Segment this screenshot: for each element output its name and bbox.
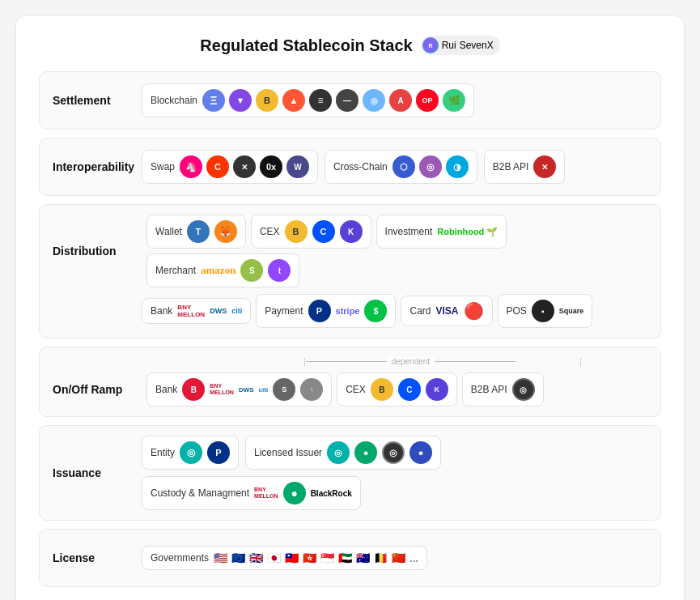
bny-custody-logo: BNYMELLON (254, 487, 278, 499)
investment-group: Investment Robinhood 🌱 (376, 215, 507, 249)
stellar-icon: ≡ (309, 89, 332, 112)
flag-tw: 🇹🇼 (285, 551, 299, 564)
flag-be: 🇧🇪 (374, 551, 388, 564)
avax2-icon: A (389, 89, 412, 112)
coinbase-icon: C (312, 220, 335, 243)
custody-label: Custody & Managment (151, 487, 249, 499)
dep-horizontal: dependent (306, 357, 515, 366)
dependent-line: dependent (207, 357, 582, 366)
interoperability-content: Swap 🦄 C ✕ 0x W Cross-Chain ⬡ ◎ ◑ (142, 150, 647, 184)
visa-logo: VISA (436, 305, 459, 317)
paypal-icon: P (308, 300, 331, 322)
flag-gb: 🇬🇧 (249, 551, 263, 564)
wormhole-icon: W (286, 155, 309, 178)
blockchain-group: Blockchain Ξ ▼ B ▲ ≡ — ◎ (142, 83, 474, 117)
issuance-content: Entity ◎ P Licensed Issuer ◎ ● ◎ ● Custo… (142, 436, 647, 510)
merchant-group: Merchant amazon S t (146, 253, 299, 287)
dodo-icon: ✕ (233, 155, 256, 178)
governments-label: Governments (151, 552, 209, 564)
dep-line-left (306, 361, 387, 362)
wallet-group: Wallet T 🦊 (146, 215, 246, 249)
kraken-onoff-icon: K (426, 378, 448, 401)
settlement-label: Settlement (53, 94, 142, 107)
custody-group: Custody & Managment BNYMELLON ● BlackRoc… (142, 476, 361, 510)
flag-hk: 🇭🇰 (303, 551, 316, 564)
bny-onoff-logo: BNYMELLON (210, 383, 234, 395)
twitch-icon: t (268, 259, 291, 282)
issuance-label: Issuance (53, 466, 142, 479)
li4-icon: ● (409, 441, 432, 464)
custody-c-icon: ● (283, 482, 306, 504)
entity-group: Entity ◎ P (142, 436, 239, 470)
license-row: License Governments 🇺🇸 🇪🇺 🇬🇧 🇯🇵 🇹🇼 🇭🇰 🇸🇬… (39, 529, 661, 587)
b2b-api-group: B2B API ✕ (484, 150, 566, 184)
dist-row2-groups: Bank BNYMELLON DWS citi Payment P stripe… (53, 294, 647, 328)
b2b-onoff-icon: ◎ (512, 378, 535, 401)
cex-onoff-group: CEX B C K (337, 372, 457, 406)
distribution-row: Distribution Wallet T 🦊 CEX B C K Invest (39, 204, 661, 338)
coinbase-onoff-icon: C (398, 378, 421, 401)
synapse-icon: ◎ (419, 155, 442, 178)
flag-ae: 🇦🇪 (338, 551, 352, 564)
flag-cn: 🇨🇳 (392, 551, 405, 564)
zerox-icon: 0x (260, 155, 282, 178)
b2b-api-icon: ✕ (533, 155, 556, 178)
pos-label: POS (507, 305, 527, 317)
bank-onoff-group: Bank B BNYMELLON DWS citi S ↑ (146, 372, 332, 406)
flag-eu: 🇪🇺 (231, 551, 245, 564)
author-badge: R Rui SevenX (421, 36, 500, 55)
swap-label: Swap (151, 161, 175, 172)
square-logo: Square (559, 307, 584, 315)
licensed-issuer-label: Licensed Issuer (254, 447, 322, 458)
flag-us: 🇺🇸 (214, 551, 227, 564)
trustwallet-icon: T (187, 220, 210, 243)
page-title: Regulated Stablecoin Stack (200, 36, 412, 55)
author-company: SevenX (460, 40, 494, 51)
paypal-entity-icon: P (207, 441, 230, 464)
settlement-content: Blockchain Ξ ▼ B ▲ ≡ — ◎ (142, 83, 647, 117)
dws-logo: DWS (210, 307, 227, 315)
payment-group: Payment P stripe $ (256, 294, 396, 328)
author-name: Rui (442, 40, 456, 51)
settlement-row: Settlement Blockchain Ξ ▼ B ▲ ≡ — (39, 71, 661, 130)
flags-ellipsis: ... (409, 552, 418, 564)
bnb-icon: B (256, 89, 278, 112)
amazon-logo: amazon (201, 264, 235, 277)
b2b-onoff-label: B2B API (471, 384, 507, 395)
cross-chain-label: Cross-Chain (333, 161, 388, 172)
issuance-row: Issuance Entity ◎ P Licensed Issuer ◎ ● … (39, 425, 661, 521)
interoperability-row: Interoperability Swap 🦄 C ✕ 0x W Cross-C… (39, 138, 661, 196)
license-label: License (53, 551, 142, 564)
entity-label: Entity (151, 447, 175, 458)
investment-label: Investment (385, 226, 433, 237)
flag-icons: 🇺🇸 🇪🇺 🇬🇧 🇯🇵 🇹🇼 🇭🇰 🇸🇬 🇦🇪 🇦🇺 🇧🇪 🇨🇳 ... (214, 551, 418, 564)
stripe-logo: stripe (336, 306, 360, 316)
near-icon: ◎ (363, 89, 385, 112)
flag-jp: 🇯🇵 (267, 551, 281, 564)
citi-onoff-logo: citi (259, 386, 269, 394)
dws-onoff-logo: DWS (239, 386, 254, 394)
citibank-logo: citi (231, 307, 242, 315)
dist-row1-groups: Wallet T 🦊 CEX B C K Investment Robinhoo… (146, 215, 647, 287)
kraken-icon: K (340, 220, 363, 243)
pos-group: POS ▪ Square (498, 294, 593, 328)
binance-onoff-icon: B (371, 378, 393, 401)
b2b-api-interop-label: B2B API (493, 161, 529, 172)
onoff-groups: On/Off Ramp Bank B BNYMELLON DWS citi S … (53, 372, 647, 406)
dep-line-right (435, 361, 515, 362)
mastercard-logo: 🔴 (464, 301, 484, 321)
bank-dist-label: Bank (151, 305, 172, 317)
blackrock-logo: BlackRock (311, 489, 352, 498)
li1-icon: ◎ (327, 441, 350, 464)
b2b-onoff-group: B2B API ◎ (462, 372, 544, 406)
cross-chain-icons: ⬡ ◎ ◑ (392, 155, 469, 178)
swap-icons: 🦄 C ✕ 0x W (180, 155, 309, 178)
bny-logo: BNYMELLON (177, 304, 205, 318)
chain-icons: Ξ ▼ B ▲ ≡ — ◎ A OP (202, 89, 465, 112)
page-header: Regulated Stablecoin Stack R Rui SevenX (39, 36, 661, 55)
card-group: Card VISA 🔴 (401, 296, 492, 326)
circle-entity-icon: ◎ (180, 441, 202, 464)
bank2-icon: ↑ (300, 378, 323, 401)
author-avatar: R (422, 37, 439, 53)
dep-right-tick (580, 358, 582, 366)
